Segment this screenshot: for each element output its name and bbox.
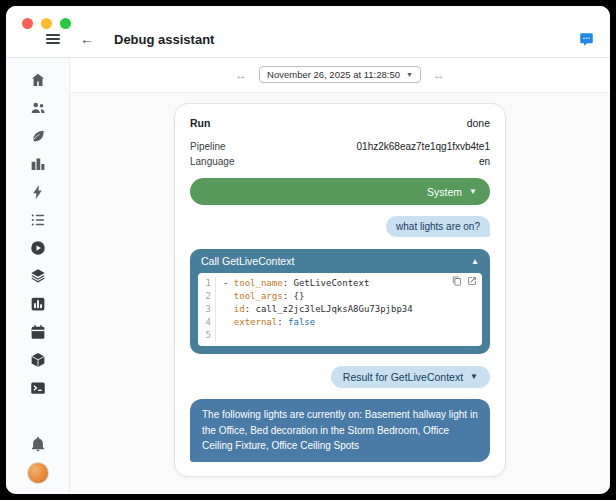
- language-row: Language en: [190, 156, 490, 167]
- chart-icon: [29, 295, 47, 313]
- run-date-select[interactable]: November 26, 2025 at 11:28:50 ▼: [259, 66, 421, 83]
- bell-icon: [29, 435, 47, 453]
- screen-background: ← Debug assistant: [0, 0, 616, 500]
- sidebar-item-history[interactable]: [25, 294, 51, 313]
- package-icon: [29, 351, 47, 369]
- app-window: ← Debug assistant: [6, 6, 610, 494]
- run-card: Run done Pipeline 01hz2k68eaz7te1qg1fxvb…: [174, 103, 506, 477]
- language-value: en: [479, 156, 490, 167]
- tool-call-header[interactable]: Call GetLiveContext ▲: [190, 249, 490, 272]
- language-label: Language: [190, 156, 235, 167]
- run-navigation-bar: ↔ November 26, 2025 at 11:28:50 ▼ ↔: [70, 58, 610, 93]
- pipeline-label: Pipeline: [190, 141, 226, 152]
- sidebar-item-energy[interactable]: [25, 126, 51, 145]
- run-date-value: November 26, 2025 at 11:28:50: [267, 69, 400, 80]
- chevron-down-icon: ▼: [470, 373, 478, 381]
- terminal-icon: [29, 379, 47, 397]
- title-bar: ← Debug assistant: [6, 6, 610, 58]
- system-prompt-label: System: [427, 186, 462, 198]
- sidebar-item-people[interactable]: [25, 98, 51, 117]
- sidebar-item-layers[interactable]: [25, 266, 51, 285]
- sidebar-item-map[interactable]: [25, 154, 51, 173]
- system-prompt-expander[interactable]: System ▼: [190, 178, 490, 205]
- assist-chat-icon[interactable]: [579, 32, 594, 47]
- chevron-up-icon: ▲: [471, 257, 479, 266]
- nav-row: ← Debug assistant: [6, 23, 610, 55]
- sidebar-item-home[interactable]: [25, 70, 51, 89]
- page-title: Debug assistant: [114, 32, 214, 47]
- code-line: 2 tool_args: {}: [198, 290, 478, 303]
- assistant-message-bubble: The following lights are currently on: B…: [190, 399, 490, 462]
- menu-icon[interactable]: [46, 34, 60, 45]
- code-line: 1- tool_name: GetLiveContext: [198, 277, 478, 290]
- code-line: 3 id: call_z2jc3leLJqksA8Gu73pjbp34: [198, 303, 478, 316]
- main-content: ↔ November 26, 2025 at 11:28:50 ▼ ↔ Run …: [70, 58, 610, 494]
- tool-result-label: Result for GetLiveContext: [343, 371, 463, 383]
- sidebar: [6, 58, 70, 494]
- tool-call-title: Call GetLiveContext: [201, 255, 294, 267]
- home-icon: [29, 71, 47, 89]
- code-actions: [452, 276, 477, 286]
- user-avatar[interactable]: [27, 462, 49, 484]
- code-line: 5: [198, 329, 478, 342]
- chevron-down-icon: ▼: [469, 188, 477, 196]
- sidebar-item-notifications[interactable]: [25, 434, 51, 453]
- sidebar-item-developer-tools[interactable]: [25, 378, 51, 397]
- sidebar-item-media[interactable]: [25, 238, 51, 257]
- app-body: ↔ November 26, 2025 at 11:28:50 ▼ ↔ Run …: [6, 58, 610, 494]
- open-in-new-icon[interactable]: [467, 276, 477, 286]
- people-icon: [29, 99, 47, 117]
- run-status-row: Run done: [190, 117, 490, 129]
- leaf-icon: [29, 127, 47, 145]
- next-run-icon[interactable]: ↔: [433, 69, 445, 81]
- run-status-badge: done: [467, 117, 490, 129]
- chevron-down-icon: ▼: [406, 71, 413, 78]
- media-play-icon: [29, 239, 47, 257]
- tool-result-expander[interactable]: Result for GetLiveContext ▼: [331, 366, 490, 388]
- sidebar-item-automations[interactable]: [25, 182, 51, 201]
- code-line: 4 external: false: [198, 316, 478, 329]
- sidebar-item-logbook[interactable]: [25, 210, 51, 229]
- run-label: Run: [190, 117, 210, 129]
- bolt-icon: [29, 183, 47, 201]
- sidebar-item-calendar[interactable]: [25, 322, 51, 341]
- code-editor[interactable]: 1- tool_name: GetLiveContext 2 tool_args…: [198, 273, 482, 346]
- calendar-icon: [29, 323, 47, 341]
- tool-call-panel: Call GetLiveContext ▲ 1- tool_name: GetL…: [190, 249, 490, 354]
- buildings-icon: [29, 155, 47, 173]
- sidebar-item-integrations[interactable]: [25, 350, 51, 369]
- copy-icon[interactable]: [452, 276, 462, 286]
- pipeline-row: Pipeline 01hz2k68eaz7te1qg1fxvb4te1: [190, 141, 490, 152]
- back-button[interactable]: ←: [80, 32, 94, 46]
- layers-icon: [29, 267, 47, 285]
- pipeline-value: 01hz2k68eaz7te1qg1fxvb4te1: [357, 141, 490, 152]
- previous-run-icon[interactable]: ↔: [235, 69, 247, 81]
- user-message-bubble: what lights are on?: [386, 216, 490, 237]
- list-icon: [29, 211, 47, 229]
